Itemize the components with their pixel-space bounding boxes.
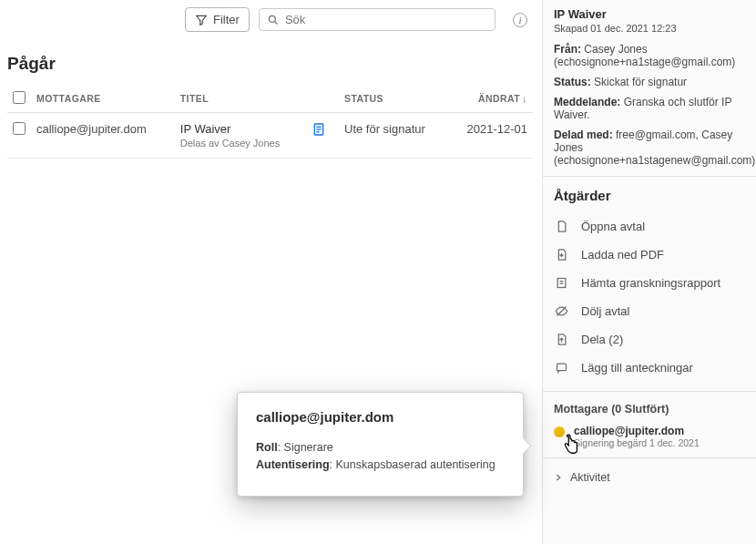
action-notes[interactable]: Lägg till anteckningar [554, 354, 745, 382]
search-icon [267, 14, 280, 26]
cell-title: IP Waiver Delas av Casey Jones [175, 113, 306, 159]
recipients-heading: Mottagare (0 Slutfört) [554, 403, 745, 416]
detail-created: Skapad 01 dec. 2021 12:23 [554, 23, 745, 34]
section-heading: Pågår [7, 54, 533, 74]
agreements-table: MOTTAGARE TITEL STATUS ÄNDRAT↓ calliope@… [7, 85, 533, 159]
funnel-icon [195, 14, 208, 26]
recipient-item[interactable]: calliope@jupiter.dom Signering begärd 1 … [554, 425, 745, 448]
recipient-tooltip: calliope@jupiter.dom Roll: Signerare Aut… [237, 392, 524, 497]
svg-point-0 [269, 15, 275, 22]
filter-label: Filter [213, 13, 240, 26]
row-checkbox[interactable] [13, 122, 26, 135]
action-open[interactable]: Öppna avtal [554, 212, 745, 241]
svg-line-1 [275, 21, 278, 24]
search-input[interactable] [285, 13, 487, 26]
tooltip-email: calliope@jupiter.dom [256, 409, 505, 425]
select-all-checkbox[interactable] [13, 91, 26, 104]
tooltip-auth: Autentisering: Kunskapsbaserad autentise… [256, 458, 505, 471]
recipient-email: calliope@jupiter.dom [574, 425, 700, 437]
detail-message: Meddelande: Granska och slutför IP Waive… [554, 96, 745, 121]
chevron-right-icon [554, 473, 563, 482]
detail-status: Status: Skickat för signatur [554, 76, 745, 88]
eye-off-icon [554, 304, 568, 318]
search-field[interactable] [259, 8, 495, 31]
actions-heading: Åtgärder [554, 188, 745, 203]
status-dot-icon [554, 426, 565, 437]
action-hide[interactable]: Dölj avtal [554, 297, 745, 325]
detail-panel: IP Waiver Skapad 01 dec. 2021 12:23 Från… [542, 0, 756, 544]
cell-status: Ute för signatur [339, 113, 448, 159]
report-icon [554, 276, 568, 290]
detail-title: IP Waiver [554, 7, 745, 21]
col-recipient[interactable]: MOTTAGARE [31, 85, 175, 113]
table-row[interactable]: calliope@jupiter.dom IP Waiver Delas av … [7, 113, 533, 159]
sort-arrow-icon: ↓ [522, 93, 527, 104]
cell-modified: 2021-12-01 [448, 113, 533, 159]
activity-toggle[interactable]: Aktivitet [554, 467, 745, 488]
col-title[interactable]: TITEL [175, 85, 306, 113]
cell-recipient: calliope@jupiter.dom [31, 113, 175, 159]
svg-rect-10 [557, 364, 566, 371]
action-audit[interactable]: Hämta granskningsrapport [554, 269, 745, 297]
document-icon [312, 122, 333, 137]
recipient-date: Signering begärd 1 dec. 2021 [574, 437, 700, 448]
share-icon [554, 333, 568, 346]
filter-button[interactable]: Filter [185, 7, 250, 32]
info-icon[interactable]: i [513, 13, 527, 27]
action-share[interactable]: Dela (2) [554, 325, 745, 354]
detail-shared: Delad med: free@gmail.com, Casey Jones (… [554, 128, 745, 167]
download-icon [554, 248, 568, 262]
tooltip-role: Roll: Signerare [256, 441, 505, 454]
note-icon [554, 361, 568, 375]
document-outline-icon [554, 220, 568, 233]
col-status[interactable]: STATUS [339, 85, 448, 113]
col-modified[interactable]: ÄNDRAT↓ [448, 85, 533, 113]
action-download[interactable]: Ladda ned PDF [554, 241, 745, 269]
detail-from: Från: Casey Jones (echosignone+na1stage@… [554, 43, 745, 68]
